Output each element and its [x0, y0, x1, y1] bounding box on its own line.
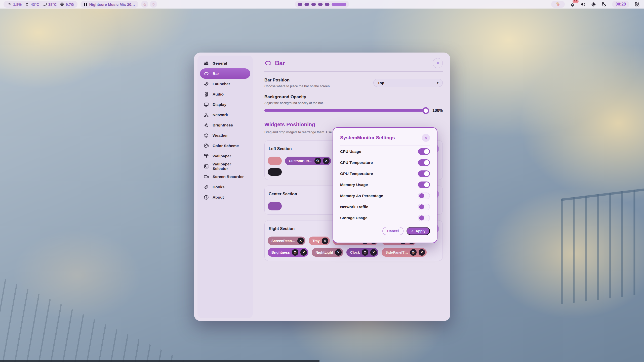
workspace-dot[interactable]: [298, 3, 302, 6]
toggle-knob: [419, 215, 424, 220]
workspace-active[interactable]: [332, 3, 346, 6]
notifications-button[interactable]: 10: [570, 2, 575, 7]
workspace-dot[interactable]: [311, 3, 316, 6]
sidebar-item-wallpaper-selector[interactable]: Wallpaper Selector: [200, 161, 250, 171]
dashboard-button[interactable]: [634, 2, 640, 7]
clock-pill[interactable]: 00:28: [612, 1, 629, 8]
speaker-icon: [580, 2, 586, 7]
memory-usage-toggle[interactable]: [418, 182, 430, 188]
sidebar-item-launcher[interactable]: Launcher: [200, 79, 250, 89]
bar-position-dropdown[interactable]: Top ▾: [373, 79, 443, 87]
chip-remove-button[interactable]: ×: [335, 249, 342, 256]
storage-usage-toggle[interactable]: [418, 215, 430, 221]
widget-chip-nightlight[interactable]: NightLight×: [312, 248, 343, 257]
rocket-icon: [204, 81, 209, 87]
chevron-down-icon: ▾: [437, 81, 438, 85]
gpu-temperature-toggle[interactable]: [418, 170, 430, 177]
brightness-icon: [204, 122, 209, 128]
sidebar-item-network[interactable]: Network: [200, 110, 250, 120]
toggle-knob: [419, 193, 424, 198]
sidebar-item-bar[interactable]: Bar: [200, 68, 250, 79]
night-light-button[interactable]: [601, 2, 607, 7]
toggle-row-network-traffic: Network Traffic: [340, 201, 430, 212]
workspaces-indicator[interactable]: [295, 1, 349, 8]
widget-chip-sidepanelt[interactable]: SidePanelT…⚙×: [382, 248, 426, 257]
chip-label: Clock: [350, 250, 360, 254]
window-close-button[interactable]: ×: [433, 58, 443, 68]
smiley-icon[interactable]: ☺: [141, 1, 148, 8]
sidebar-item-screen-recorder[interactable]: Screen Recorder: [200, 171, 250, 182]
opacity-slider-knob[interactable]: [422, 107, 429, 114]
sidebar-item-display[interactable]: Display: [200, 99, 250, 110]
sidebar-item-general[interactable]: General: [200, 58, 250, 68]
page-title: Bar: [275, 60, 285, 67]
toggle-knob: [424, 171, 429, 176]
pause-icon: [84, 3, 87, 6]
section-label: Center Section: [268, 192, 297, 196]
widget-chip-partial[interactable]: [268, 202, 282, 210]
heart-icon[interactable]: ♡: [150, 1, 157, 8]
weather-icon: [204, 133, 209, 138]
chip-label: Tray: [312, 239, 320, 243]
chip-remove-button[interactable]: ×: [370, 249, 377, 256]
chip-gear-button[interactable]: ⚙: [292, 249, 298, 256]
network-traffic-toggle[interactable]: [418, 204, 430, 210]
modal-close-button[interactable]: ×: [422, 134, 430, 142]
chip-gear-button[interactable]: ⚙: [410, 249, 417, 256]
cpu-temperature-toggle[interactable]: [418, 159, 430, 166]
chip-remove-button[interactable]: ×: [323, 158, 330, 164]
cpu-usage-toggle[interactable]: [418, 148, 430, 155]
chip-remove-button[interactable]: ×: [322, 238, 328, 244]
modal-title: SystemMonitor Settings: [340, 135, 395, 141]
widget-chip-partial[interactable]: [268, 168, 282, 176]
widget-chip-partial[interactable]: [268, 157, 282, 165]
bar-settings-panel: Bar × Bar Position Choose where to place…: [257, 53, 450, 321]
sidebar-item-brightness[interactable]: Brightness: [200, 120, 250, 130]
sun-icon: [591, 2, 596, 7]
cancel-button[interactable]: Cancel: [382, 227, 404, 235]
sidebar-item-label: Wallpaper: [213, 154, 231, 158]
widget-chip-tray[interactable]: Tray×: [309, 237, 330, 245]
system-stats-pill[interactable]: 1.8% 43°C 38°C 9.7G: [4, 1, 77, 8]
opacity-slider[interactable]: [264, 109, 428, 112]
widget-chip-custombutt[interactable]: CustomButt…⚙×: [285, 157, 331, 165]
chip-remove-button[interactable]: ×: [297, 238, 304, 244]
media-title: Nightcore Music Mix 20…: [89, 2, 135, 7]
chip-gear-button[interactable]: ⚙: [362, 249, 368, 256]
memory-as-percentage-toggle[interactable]: [418, 193, 430, 199]
sidebar-item-hooks[interactable]: Hooks: [200, 182, 250, 192]
sidebar-item-label: Color Scheme: [213, 144, 239, 148]
gpu-temp-stat: 38°C: [42, 2, 57, 7]
sidebar-item-wallpaper[interactable]: Wallpaper: [200, 151, 250, 161]
workspace-dot[interactable]: [325, 3, 330, 6]
volume-button[interactable]: [580, 2, 586, 7]
systray-pill[interactable]: [551, 1, 565, 8]
sidebar-item-audio[interactable]: Audio: [200, 89, 250, 99]
brightness-button[interactable]: [591, 2, 596, 7]
sidebar-item-label: About: [213, 195, 224, 200]
chip-label: SidePanelT…: [385, 250, 408, 254]
toggle-knob: [424, 149, 429, 154]
workspace-dot[interactable]: [305, 3, 309, 6]
desktop: 1.8% 43°C 38°C 9.7G Nightcore Music Mix …: [0, 0, 644, 362]
chip-icon: [60, 2, 64, 7]
sidebar-item-about[interactable]: About: [200, 192, 250, 202]
chip-label: CustomButt…: [289, 159, 312, 163]
apply-button[interactable]: ✓ Apply: [407, 227, 430, 235]
bar-position-value: Top: [378, 81, 384, 85]
sidebar-item-label: Weather: [213, 133, 228, 138]
chip-remove-button[interactable]: ×: [300, 249, 307, 256]
media-player-pill[interactable]: Nightcore Music Mix 20…: [80, 1, 139, 8]
widget-chip-brightness[interactable]: Brightness⚙×: [268, 248, 308, 257]
sidebar-item-weather[interactable]: Weather: [200, 130, 250, 141]
sidebar-item-label: Wallpaper Selector: [213, 162, 247, 171]
settings-window: GeneralBarLauncherAudioDisplayNetworkBri…: [194, 53, 450, 321]
chip-gear-button[interactable]: ⚙: [314, 158, 321, 164]
chip-remove-button[interactable]: ×: [419, 249, 425, 256]
sidebar-item-color-scheme[interactable]: Color Scheme: [200, 141, 250, 151]
widget-chip-screenreco[interactable]: ScreenReco…×: [268, 237, 305, 245]
widget-chip-clock[interactable]: Clock⚙×: [346, 248, 378, 257]
toggle-label: GPU Temperature: [340, 171, 373, 176]
section-label: Left Section: [268, 147, 292, 151]
workspace-dot[interactable]: [318, 3, 323, 6]
